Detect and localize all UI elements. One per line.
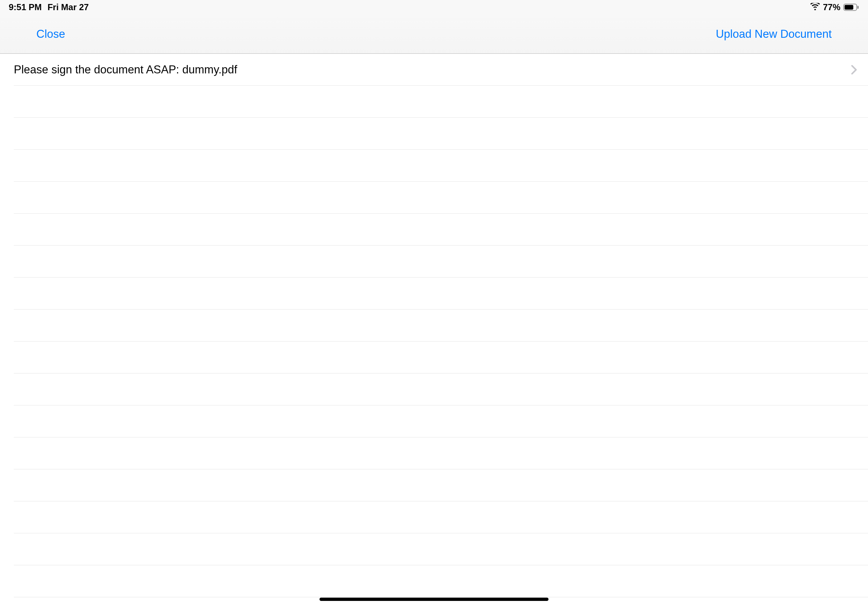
list-item[interactable] xyxy=(14,501,868,533)
list-item[interactable] xyxy=(14,213,868,246)
list-item[interactable] xyxy=(14,342,868,374)
list-item[interactable] xyxy=(14,150,868,182)
navigation-bar: Close Upload New Document xyxy=(0,14,868,54)
svg-rect-1 xyxy=(845,5,854,10)
list-item[interactable] xyxy=(14,246,868,278)
list-item[interactable] xyxy=(14,309,868,342)
list-item[interactable] xyxy=(14,182,868,213)
list-item[interactable]: Please sign the document ASAP: dummy.pdf xyxy=(14,54,868,86)
status-bar-right: 77% xyxy=(810,2,859,12)
battery-percent: 77% xyxy=(823,2,840,12)
battery-icon xyxy=(843,4,859,11)
svg-rect-2 xyxy=(857,6,859,9)
list-item[interactable] xyxy=(14,469,868,501)
wifi-icon xyxy=(810,2,820,12)
chevron-right-icon xyxy=(851,65,857,74)
list-item[interactable] xyxy=(14,374,868,405)
list-item[interactable] xyxy=(14,437,868,469)
list-item-label: Please sign the document ASAP: dummy.pdf xyxy=(14,63,851,76)
list-item[interactable] xyxy=(14,533,868,565)
status-date: Fri Mar 27 xyxy=(48,2,89,12)
home-indicator[interactable] xyxy=(319,598,549,601)
list-item[interactable] xyxy=(14,118,868,150)
status-time: 9:51 PM xyxy=(9,2,42,12)
document-list: Please sign the document ASAP: dummy.pdf xyxy=(0,54,868,597)
list-item[interactable] xyxy=(14,86,868,118)
status-bar: 9:51 PM Fri Mar 27 77% xyxy=(0,0,868,14)
status-bar-left: 9:51 PM Fri Mar 27 xyxy=(9,2,89,12)
upload-new-document-button[interactable]: Upload New Document xyxy=(716,28,832,41)
close-button[interactable]: Close xyxy=(36,28,65,41)
list-item[interactable] xyxy=(14,278,868,309)
list-item[interactable] xyxy=(14,565,868,597)
list-item[interactable] xyxy=(14,405,868,437)
